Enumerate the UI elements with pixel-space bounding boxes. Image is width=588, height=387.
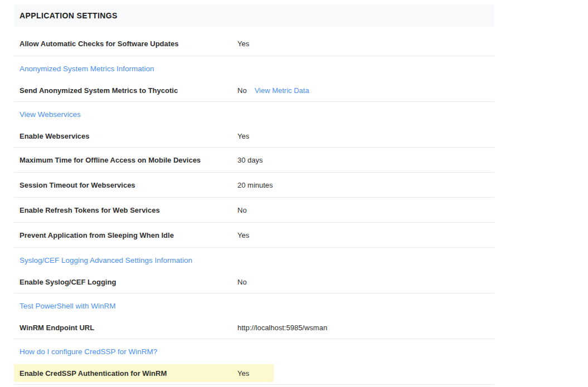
setting-row: WinRM Endpoint URLhttp://localhost:5985/… (14, 319, 494, 339)
settings-group: How do I configure CredSSP for WinRM?Ena… (14, 339, 494, 385)
setting-row: Enable CredSSP Authentication for WinRMY… (14, 364, 494, 384)
section-title: APPLICATION SETTINGS (20, 11, 118, 20)
setting-row: Maximum Time for Offline Access on Mobil… (14, 148, 494, 172)
setting-row: Session Timeout for Webservices20 minute… (14, 173, 494, 197)
setting-row-line: WinRM Endpoint URLhttp://localhost:5985/… (14, 319, 494, 336)
setting-row-line: Enable Refresh Tokens for Web ServicesNo (14, 198, 494, 222)
setting-row-line: Enable Syslog/CEF LoggingNo (14, 273, 494, 291)
setting-row-line: Send Anonymized System Metrics to Thycot… (14, 81, 494, 99)
setting-label: Maximum Time for Offline Access on Mobil… (14, 156, 237, 164)
setting-label: Enable Syslog/CEF Logging (14, 278, 237, 286)
info-link[interactable]: Anonymized System Metrics Information (20, 65, 154, 73)
setting-row-highlight: Enable CredSSP Authentication for WinRMY… (14, 364, 274, 382)
setting-label: Enable CredSSP Authentication for WinRM (14, 369, 237, 378)
info-link-row: Syslog/CEF Logging Advanced Settings Inf… (14, 248, 494, 273)
setting-row: Enable Syslog/CEF LoggingNo (14, 273, 494, 293)
setting-value: Yes (237, 369, 249, 378)
setting-row-line: Session Timeout for Webservices20 minute… (14, 173, 494, 197)
settings-group: Allow Automatic Checks for Software Upda… (14, 31, 494, 56)
info-link[interactable]: How do I configure CredSSP for WinRM? (20, 347, 157, 356)
settings-group: Maximum Time for Offline Access on Mobil… (14, 148, 494, 173)
setting-row-line: Prevent Application from Sleeping When I… (14, 223, 494, 247)
setting-label: Session Timeout for Webservices (14, 181, 237, 189)
settings-group: View WebservicesEnable WebservicesYes (14, 102, 494, 148)
setting-row: Enable Refresh Tokens for Web ServicesNo (14, 198, 494, 222)
setting-label: Enable Refresh Tokens for Web Services (14, 206, 237, 214)
settings-group: Test PowerShell with WinRMWinRM Endpoint… (14, 293, 494, 339)
settings-group: Syslog/CEF Logging Advanced Settings Inf… (14, 248, 494, 293)
setting-row-line: Enable WebservicesYes (14, 127, 494, 145)
info-link-row: Test PowerShell with WinRM (14, 293, 494, 319)
setting-row-line: Allow Automatic Checks for Software Upda… (14, 31, 494, 56)
settings-group: Enable Refresh Tokens for Web ServicesNo (14, 198, 494, 223)
info-link[interactable]: Test PowerShell with WinRM (20, 302, 116, 310)
settings-group: Session Timeout for Webservices20 minute… (14, 173, 494, 198)
info-link-row: How do I configure CredSSP for WinRM? (14, 339, 494, 364)
settings-group: Anonymized System Metrics InformationSen… (14, 56, 494, 102)
setting-value: Yes (237, 132, 249, 140)
settings-group: Prevent Application from Sleeping When I… (14, 223, 494, 248)
application-settings-panel: APPLICATION SETTINGS Allow Automatic Che… (14, 0, 494, 385)
setting-label: WinRM Endpoint URL (14, 324, 237, 332)
setting-value: Yes (237, 40, 249, 48)
setting-label: Prevent Application from Sleeping When I… (14, 231, 237, 239)
setting-label: Send Anonymized System Metrics to Thycot… (14, 86, 237, 95)
info-link-row: View Webservices (14, 102, 494, 127)
setting-value: No (237, 206, 247, 214)
setting-value: Yes (237, 231, 249, 239)
setting-label: Allow Automatic Checks for Software Upda… (14, 40, 237, 48)
section-header: APPLICATION SETTINGS (14, 4, 494, 27)
application-settings-page: APPLICATION SETTINGS Allow Automatic Che… (0, 0, 588, 387)
setting-row: Prevent Application from Sleeping When I… (14, 223, 494, 247)
setting-row: Allow Automatic Checks for Software Upda… (14, 31, 494, 56)
info-link[interactable]: View Webservices (20, 110, 81, 119)
setting-value: No (237, 278, 247, 286)
value-link[interactable]: View Metric Data (255, 86, 309, 95)
setting-row-line: Maximum Time for Offline Access on Mobil… (14, 148, 494, 172)
info-link-row: Anonymized System Metrics Information (14, 56, 494, 81)
setting-value: http://localhost:5985/wsman (237, 324, 327, 332)
setting-value: 20 minutes (237, 181, 273, 189)
settings-list: Allow Automatic Checks for Software Upda… (14, 31, 494, 385)
setting-label: Enable Webservices (14, 132, 237, 140)
setting-value: No (237, 86, 247, 95)
setting-value: 30 days (237, 156, 263, 164)
info-link[interactable]: Syslog/CEF Logging Advanced Settings Inf… (20, 256, 192, 264)
setting-row: Enable WebservicesYes (14, 127, 494, 147)
setting-row: Send Anonymized System Metrics to Thycot… (14, 81, 494, 101)
